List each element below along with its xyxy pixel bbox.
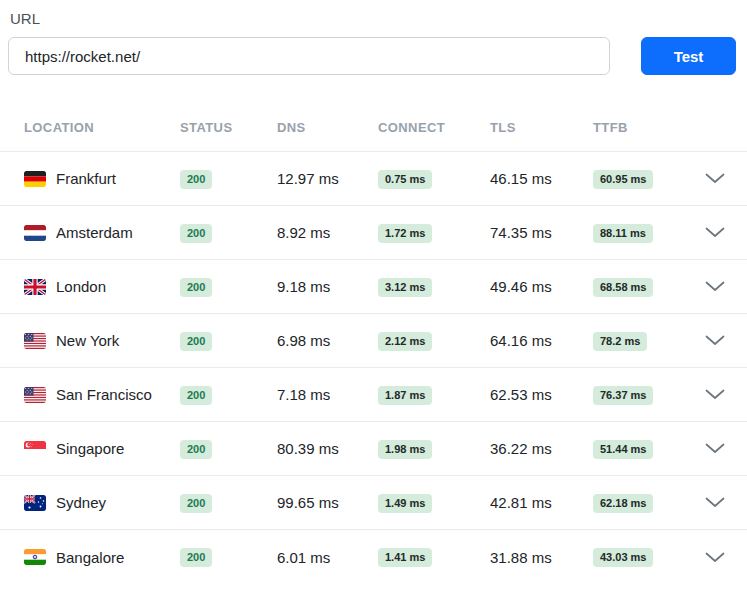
table-row: New York 200 6.98 ms 2.12 ms 64.16 ms 78… [0,314,747,368]
ttfb-badge: 60.95 ms [593,170,653,189]
table-row: Amsterdam 200 8.92 ms 1.72 ms 74.35 ms 8… [0,206,747,260]
expand-cell [690,548,739,567]
dns-value: 6.01 ms [277,549,378,566]
status-cell: 200 [180,169,277,189]
chevron-down-icon [705,497,725,508]
location-cell: Singapore [24,440,180,457]
expand-row-button[interactable] [701,169,729,188]
table-row: Bangalore 200 6.01 ms 1.41 ms 31.88 ms 4… [0,530,747,584]
status-cell: 200 [180,223,277,243]
expand-cell [690,223,739,242]
dns-value: 9.18 ms [277,278,378,295]
location-label: London [56,278,106,295]
chevron-down-icon [705,552,725,563]
expand-cell [690,169,739,188]
status-badge: 200 [180,440,212,459]
ttfb-badge: 78.2 ms [593,332,647,351]
status-cell: 200 [180,547,277,567]
ttfb-cell: 60.95 ms [593,169,690,189]
connect-cell: 2.12 ms [378,331,490,351]
url-label: URL [10,10,747,27]
expand-row-button[interactable] [701,277,729,296]
results-table-body: Frankfurt 200 12.97 ms 0.75 ms 46.15 ms … [0,152,747,584]
location-label: Amsterdam [56,224,133,241]
expand-row-button[interactable] [701,548,729,567]
flag-icon-au [24,495,46,511]
flag-icon-gb [24,279,46,295]
status-badge: 200 [180,386,212,405]
flag-icon-sg [24,441,46,457]
column-header-connect: CONNECT [378,120,490,135]
column-header-ttfb: TTFB [593,120,690,135]
tls-value: 36.22 ms [490,440,593,457]
column-header-tls: TLS [490,120,593,135]
tls-value: 31.88 ms [490,549,593,566]
location-cell: Frankfurt [24,170,180,187]
location-cell: Bangalore [24,549,180,566]
tls-value: 42.81 ms [490,494,593,511]
location-label: New York [56,332,119,349]
table-row: London 200 9.18 ms 3.12 ms 49.46 ms 68.5… [0,260,747,314]
ttfb-badge: 68.58 ms [593,278,653,297]
expand-row-button[interactable] [701,439,729,458]
status-cell: 200 [180,277,277,297]
dns-value: 80.39 ms [277,440,378,457]
chevron-down-icon [705,389,725,400]
url-input[interactable] [8,37,610,75]
connect-badge: 1.72 ms [378,224,432,243]
column-header-status: STATUS [180,120,277,135]
table-row: Sydney 200 99.65 ms 1.49 ms 42.81 ms 62.… [0,476,747,530]
ttfb-cell: 43.03 ms [593,547,690,567]
expand-row-button[interactable] [701,223,729,242]
dns-value: 99.65 ms [277,494,378,511]
status-cell: 200 [180,385,277,405]
expand-cell [690,493,739,512]
status-badge: 200 [180,548,212,567]
ttfb-badge: 76.37 ms [593,386,653,405]
test-button[interactable]: Test [641,37,736,75]
ttfb-cell: 78.2 ms [593,331,690,351]
ttfb-badge: 51.44 ms [593,440,653,459]
chevron-down-icon [705,173,725,184]
chevron-down-icon [705,281,725,292]
expand-row-button[interactable] [701,385,729,404]
table-row: San Francisco 200 7.18 ms 1.87 ms 62.53 … [0,368,747,422]
flag-icon-nl [24,225,46,241]
status-cell: 200 [180,439,277,459]
location-label: Sydney [56,494,106,511]
expand-cell [690,439,739,458]
connect-badge: 3.12 ms [378,278,432,297]
chevron-down-icon [705,227,725,238]
results-table: LOCATION STATUS DNS CONNECT TLS TTFB Fra… [0,104,747,584]
ttfb-cell: 68.58 ms [593,277,690,297]
location-label: Bangalore [56,549,124,566]
status-badge: 200 [180,278,212,297]
expand-row-button[interactable] [701,493,729,512]
connect-cell: 1.41 ms [378,547,490,567]
connect-cell: 1.98 ms [378,439,490,459]
expand-cell [690,277,739,296]
tls-value: 74.35 ms [490,224,593,241]
dns-value: 8.92 ms [277,224,378,241]
table-header-row: LOCATION STATUS DNS CONNECT TLS TTFB [0,104,747,152]
status-badge: 200 [180,170,212,189]
expand-row-button[interactable] [701,331,729,350]
dns-value: 6.98 ms [277,332,378,349]
url-form: Test [0,37,747,75]
ttfb-cell: 62.18 ms [593,493,690,513]
tls-value: 49.46 ms [490,278,593,295]
ttfb-cell: 76.37 ms [593,385,690,405]
status-cell: 200 [180,331,277,351]
status-badge: 200 [180,224,212,243]
dns-value: 7.18 ms [277,386,378,403]
chevron-down-icon [705,335,725,346]
ttfb-cell: 51.44 ms [593,439,690,459]
tls-value: 46.15 ms [490,170,593,187]
tls-value: 64.16 ms [490,332,593,349]
expand-cell [690,331,739,350]
location-label: Frankfurt [56,170,116,187]
page: URL Test LOCATION STATUS DNS CONNECT TLS… [0,0,747,584]
flag-icon-de [24,171,46,187]
connect-cell: 1.87 ms [378,385,490,405]
location-cell: New York [24,332,180,349]
